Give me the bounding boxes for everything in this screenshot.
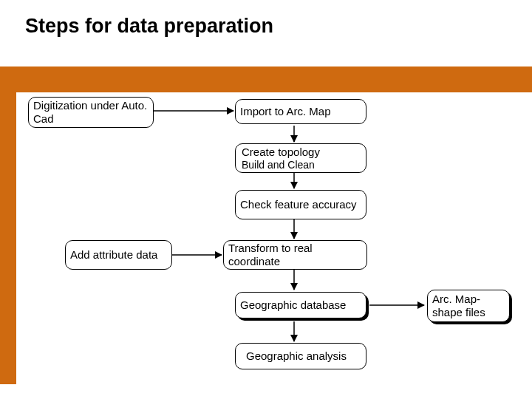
node-topology: Create topology Build and Clean: [235, 143, 366, 173]
node-import: Import to Arc. Map: [235, 99, 366, 124]
node-sublabel: Build and Clean: [242, 159, 360, 171]
side-bar: [0, 66, 16, 384]
node-add-attribute: Add attribute data: [65, 240, 172, 270]
top-bar: [0, 66, 532, 92]
node-label: Transform to real coordinate: [228, 242, 362, 268]
node-analysis: Geographic analysis: [235, 343, 366, 369]
node-geodb: Geographic database: [235, 292, 366, 318]
node-transform: Transform to real coordinate: [223, 240, 367, 270]
node-label: Geographic database: [240, 299, 361, 312]
node-digitization: Digitization under Auto. Cad: [28, 97, 154, 128]
node-shape-files: Arc. Map-shape files: [427, 290, 510, 322]
node-label: Check feature accuracy: [240, 198, 361, 211]
node-label: Add attribute data: [70, 248, 167, 262]
slide: Steps for data preparation Digitization …: [0, 0, 532, 399]
node-label: Geographic analysis: [246, 349, 361, 363]
node-label: Create topology: [242, 146, 360, 159]
node-label: Arc. Map-shape files: [432, 293, 505, 319]
node-label: Digitization under Auto. Cad: [33, 99, 149, 126]
node-check: Check feature accuracy: [235, 190, 366, 219]
node-label: Import to Arc. Map: [240, 105, 361, 118]
slide-title: Steps for data preparation: [25, 15, 273, 38]
